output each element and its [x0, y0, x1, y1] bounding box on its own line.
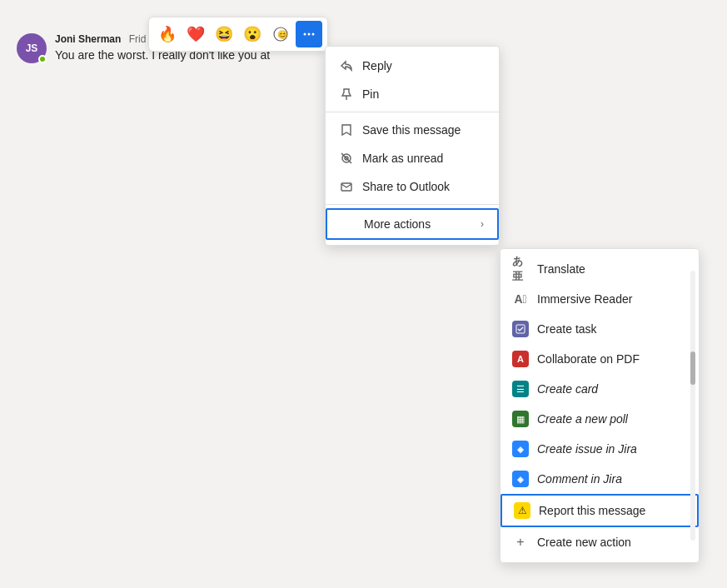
menu-separator-1	[326, 112, 499, 112]
emoji-laugh[interactable]: 😆	[211, 21, 237, 47]
comment-jira-label: Comment in Jira	[537, 472, 687, 486]
submenu-item-immersive-reader[interactable]: A᷊ Immersive Reader	[500, 284, 699, 314]
scrollbar-thumb[interactable]	[690, 351, 695, 385]
submenu-item-create-action[interactable]: + Create new action	[500, 527, 699, 557]
menu-separator-2	[326, 204, 499, 205]
submenu-item-create-card[interactable]: ☰ Create card	[500, 374, 699, 404]
more-actions-icon	[341, 217, 356, 232]
create-poll-label: Create a new poll	[537, 412, 687, 426]
emoji-fire[interactable]: 🔥	[154, 21, 181, 47]
submenu-item-report-message[interactable]: ⚠ Report this message	[500, 494, 699, 527]
menu-item-more-actions[interactable]: More actions ›	[326, 208, 499, 240]
context-menu: Reply Pin Save this message Ma	[325, 46, 500, 246]
report-message-label: Report this message	[539, 504, 685, 517]
create-task-label: Create task	[537, 322, 687, 336]
save-icon	[339, 122, 354, 137]
comment-jira-icon: ◈	[512, 471, 529, 487]
create-action-label: Create new action	[537, 536, 687, 549]
reply-icon	[339, 58, 354, 73]
pin-icon	[339, 87, 354, 102]
create-action-icon: +	[512, 534, 529, 551]
submenu-item-create-task[interactable]: Create task	[500, 314, 699, 344]
emoji-surprised[interactable]: 😮	[239, 21, 266, 47]
submenu: あ亜 Translate A᷊ Immersive Reader Create …	[500, 248, 700, 563]
svg-point-3	[308, 33, 311, 36]
avatar: JS	[17, 33, 47, 63]
create-card-label: Create card	[537, 382, 687, 396]
more-actions-button[interactable]	[296, 21, 322, 47]
immersive-reader-label: Immersive Reader	[537, 292, 687, 306]
avatar-status	[38, 55, 47, 63]
more-actions-label: More actions	[364, 217, 472, 231]
translate-icon: あ亜	[512, 261, 529, 277]
create-jira-icon: ◈	[512, 441, 529, 457]
menu-item-pin[interactable]: Pin	[326, 80, 499, 108]
mark-unread-icon	[339, 151, 354, 166]
submenu-item-create-poll[interactable]: ▦ Create a new poll	[500, 404, 699, 434]
svg-point-2	[304, 33, 306, 36]
reaction-toolbar: 🔥 ❤️ 😆 😮 😊	[148, 17, 328, 52]
menu-item-reply[interactable]: Reply	[326, 52, 499, 80]
report-message-icon: ⚠	[514, 502, 530, 519]
collaborate-pdf-label: Collaborate on PDF	[537, 352, 687, 366]
menu-item-mark-unread[interactable]: Mark as unread	[326, 144, 499, 172]
collaborate-pdf-icon: A	[512, 351, 529, 367]
pin-label: Pin	[362, 87, 485, 101]
svg-text:😊: 😊	[277, 29, 288, 40]
submenu-item-collaborate-pdf[interactable]: A Collaborate on PDF	[500, 344, 699, 374]
scrollbar-track	[690, 271, 695, 541]
menu-item-share-outlook[interactable]: Share to Outlook	[326, 172, 499, 201]
translate-label: Translate	[537, 262, 687, 276]
reply-label: Reply	[362, 59, 485, 72]
emoji-heart[interactable]: ❤️	[182, 21, 209, 47]
chevron-right-icon: ›	[481, 218, 484, 230]
svg-line-7	[341, 153, 351, 163]
svg-point-4	[312, 33, 315, 36]
save-label: Save this message	[362, 123, 485, 137]
emoji-add[interactable]: 😊	[267, 21, 294, 47]
share-outlook-icon	[339, 179, 354, 194]
create-task-icon	[512, 321, 529, 337]
menu-item-save[interactable]: Save this message	[326, 116, 499, 144]
submenu-item-create-jira[interactable]: ◈ Create issue in Jira	[500, 434, 699, 464]
create-jira-label: Create issue in Jira	[537, 442, 687, 456]
create-poll-icon: ▦	[512, 411, 529, 427]
immersive-reader-icon: A᷊	[512, 291, 529, 307]
submenu-item-translate[interactable]: あ亜 Translate	[500, 254, 699, 284]
svg-rect-10	[516, 325, 525, 333]
share-outlook-label: Share to Outlook	[362, 180, 485, 193]
submenu-item-comment-jira[interactable]: ◈ Comment in Jira	[500, 464, 699, 494]
mark-unread-label: Mark as unread	[362, 152, 485, 165]
create-card-icon: ☰	[512, 381, 529, 397]
